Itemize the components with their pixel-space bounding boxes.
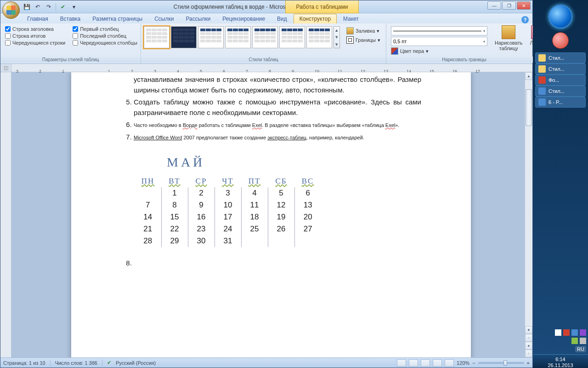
calendar-cell[interactable]: 16 [188,211,215,223]
draw-table-button[interactable]: Нарисовать таблицу [492,24,525,52]
style-thumb-1[interactable] [144,26,170,48]
style-thumb-6[interactable] [279,26,305,48]
yandex-icon[interactable] [552,32,569,49]
taskbar-item[interactable]: Стил... [535,63,586,75]
tab-page-layout[interactable]: Разметка страницы [87,14,148,23]
office-button[interactable] [2,1,20,19]
view-web-icon[interactable] [421,359,430,367]
language-indicator[interactable]: RU [575,346,586,352]
calendar-table[interactable]: ПНВТСРЧТПТСБВС 1234567891011121314151617… [135,175,321,247]
zoom-out-icon[interactable]: − [472,360,475,366]
calendar-cell[interactable]: 12 [268,199,294,211]
line-style-dropdown[interactable]: ▾ [391,26,487,35]
start-orb-icon[interactable] [548,5,572,29]
chk-banded-rows[interactable]: Чередующиеся строки [5,40,65,46]
ruler-corner[interactable]: ◫ [0,64,11,72]
view-fullscreen-icon[interactable] [409,359,418,367]
tab-table-design[interactable]: Конструктор [294,14,337,23]
taskbar-item[interactable]: Фо... [535,75,586,86]
calendar-cell[interactable] [241,235,268,247]
chk-header-row[interactable]: Строка заголовка [5,26,65,32]
taskbar-item[interactable]: 6 - P... [535,97,586,108]
gallery-more-button[interactable]: ▴▾▾ [334,26,340,48]
calendar-cell[interactable]: 17 [215,211,241,223]
zoom-slider[interactable] [478,362,524,364]
qat-spelling-icon[interactable]: ✔ [59,3,67,11]
calendar-cell[interactable]: 31 [215,235,241,247]
tray-flag-icon[interactable] [555,329,561,336]
tab-view[interactable]: Вид [271,14,293,23]
taskbar-item[interactable]: Стил... [535,52,586,63]
calendar-cell[interactable]: 10 [215,199,241,211]
browse-next-icon[interactable]: ◦ [525,350,532,357]
calendar-cell[interactable]: 2 [188,187,215,199]
calendar-cell[interactable]: 28 [135,235,161,247]
calendar-cell[interactable]: 3 [215,187,241,199]
calendar-cell[interactable]: 24 [215,223,241,235]
line-weight-dropdown[interactable]: 0,5 пт▾ [391,37,487,46]
maximize-button[interactable]: ❐ [502,1,516,10]
scroll-up-icon[interactable]: ▲ [525,72,532,80]
chk-last-col[interactable]: Последний столбец [73,33,137,39]
qat-undo-icon[interactable]: ↶ [34,3,42,11]
view-print-layout-icon[interactable] [397,359,406,367]
shading-button[interactable]: Заливка ▾ [345,26,382,35]
calendar-cell[interactable]: 29 [161,235,188,247]
tray-network-icon[interactable] [563,329,570,336]
chk-banded-cols[interactable]: Чередующиеся столбцы [73,40,137,46]
calendar-cell[interactable]: 15 [161,211,188,223]
vertical-scrollbar[interactable]: ▲ ▼ ◦ ● ◦ [525,72,532,357]
status-page[interactable]: Страница: 1 из 10 [3,360,45,366]
calendar-cell[interactable]: 14 [135,211,161,223]
qat-save-icon[interactable]: 💾 [23,3,31,11]
calendar-cell[interactable]: 7 [135,199,161,211]
calendar-cell[interactable]: 23 [188,223,215,235]
horizontal-ruler[interactable]: ◫ 3211234567891011121314151617 [0,64,532,72]
tray-volume-icon[interactable] [571,329,578,336]
calendar-cell[interactable]: 26 [268,223,294,235]
qat-more-icon[interactable]: ▾ [70,3,78,11]
calendar-cell[interactable]: 27 [294,223,321,235]
style-thumb-4[interactable] [225,26,251,48]
minimize-button[interactable]: — [487,1,501,10]
style-thumb-7[interactable] [306,26,332,48]
zoom-level[interactable]: 120% [457,360,469,366]
pen-color-button[interactable]: Цвет пера ▾ [391,47,487,55]
tray-icon[interactable] [580,338,586,344]
borders-button[interactable]: Границы ▾ [345,35,382,45]
style-thumb-3[interactable] [198,26,224,48]
calendar-cell[interactable]: 6 [294,187,321,199]
tab-home[interactable]: Главная [22,14,54,23]
style-thumb-5[interactable] [252,26,278,48]
calendar-cell[interactable]: 1 [161,187,188,199]
tab-mailings[interactable]: Рассылки [180,14,216,23]
tab-review[interactable]: Рецензирование [217,14,271,23]
tab-references[interactable]: Ссылки [149,14,179,23]
calendar-cell[interactable] [268,235,294,247]
calendar-cell[interactable]: 8 [161,199,188,211]
tray-shield-icon[interactable] [580,329,586,336]
browse-prev-icon[interactable]: ◦ [525,334,532,342]
tab-table-layout[interactable]: Макет [338,14,364,23]
close-button[interactable]: ✕ [517,1,531,10]
taskbar-clock[interactable]: 6:14 26.11.2013 [533,354,588,368]
calendar-cell[interactable] [135,187,161,199]
taskbar-item[interactable]: Стил... [535,86,586,97]
calendar-cell[interactable]: 9 [188,199,215,211]
status-language[interactable]: Русский (Россия) [116,360,156,366]
calendar-cell[interactable]: 19 [268,211,294,223]
calendar-cell[interactable]: 22 [161,223,188,235]
calendar-cell[interactable]: 30 [188,235,215,247]
calendar-cell[interactable]: 4 [241,187,268,199]
vertical-ruler[interactable] [0,72,11,357]
zoom-in-icon[interactable]: + [527,360,530,366]
chk-total-row[interactable]: Строка итогов [5,33,65,39]
page[interactable]: устанавливаем значения в строках «количе… [71,72,471,357]
scroll-down-icon[interactable]: ▼ [525,326,532,334]
status-words[interactable]: Число слов: 1 386 [55,360,97,366]
style-thumb-2[interactable] [171,26,197,48]
calendar-cell[interactable]: 18 [241,211,268,223]
calendar-cell[interactable]: 11 [241,199,268,211]
view-outline-icon[interactable] [433,359,442,367]
calendar-cell[interactable]: 13 [294,199,321,211]
